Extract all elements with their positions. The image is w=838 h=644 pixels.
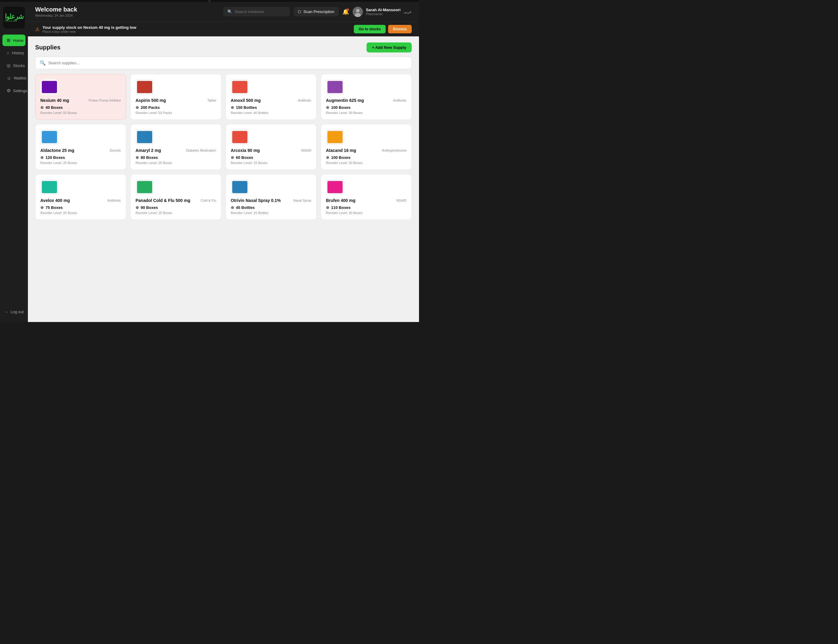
svg-rect-6 (44, 89, 52, 90)
medicine-card[interactable]: Aspirin 500 mg Tablet ⊛ 200 Packs Reorde… (130, 74, 221, 120)
medicine-card[interactable]: Brufen 400 mg NSAID ⊛ 110 Boxes Reorder … (321, 174, 412, 220)
medicine-stock: ⊛ 80 Boxes (136, 155, 216, 160)
user-info: Sarah Al-Mansoori Pharmacist عربى (353, 7, 412, 17)
search-supplies-bar[interactable]: 🔍 (35, 57, 412, 69)
svg-rect-29 (235, 138, 245, 139)
medicine-stock: ⊛ 100 Boxes (326, 155, 407, 160)
dismiss-button[interactable]: Dismiss (388, 25, 412, 33)
medicine-name: Aldactone 25 mg (40, 148, 74, 153)
medicine-card[interactable]: Atacand 16 mg Antihypertensive ⊛ 100 Box… (321, 124, 412, 170)
app-wrapper: شرعلوا PHARMA ⊞ Home ○ History ◎ Stocks … (0, 2, 419, 322)
medicine-card[interactable]: Amaryl 2 mg Diabetes Medication ⊛ 80 Box… (130, 124, 221, 170)
medicine-header: Arcoxia 90 mg NSAID (231, 148, 311, 153)
svg-rect-17 (330, 88, 340, 89)
sidebar-item-history[interactable]: ○ History (2, 47, 25, 59)
reorder-level: Reorder Level: 50 Boxes (40, 111, 121, 115)
stock-icon: ⊛ (136, 155, 139, 160)
medicine-image (40, 179, 59, 195)
medicine-image (136, 129, 154, 145)
svg-rect-22 (44, 140, 52, 140)
main-content: Welcome back Wednesday, 24 Jan 2024 🔍 ⬡ … (28, 2, 419, 322)
header-left: Welcome back Wednesday, 24 Jan 2024 (35, 6, 77, 17)
medicine-category: Antibiotic (393, 99, 407, 102)
svg-rect-13 (235, 88, 245, 89)
svg-rect-4 (44, 84, 50, 86)
medicine-header: Amoxil 500 mg Antibiotic (231, 98, 311, 103)
medicine-name: Amaryl 2 mg (136, 148, 161, 153)
sidebar-label-home: Home (13, 38, 24, 43)
svg-rect-32 (330, 134, 335, 136)
medicine-stock: ⊛ 200 Packs (136, 105, 216, 110)
svg-rect-20 (44, 134, 50, 136)
go-to-stocks-button[interactable]: Go to stocks (354, 25, 386, 33)
search-supplies-input[interactable] (48, 61, 407, 65)
logout-button[interactable]: → Log out (0, 307, 28, 317)
stock-icon: ⊛ (40, 155, 44, 160)
stock-icon: ⊛ (136, 105, 139, 110)
alert-title: Your supply stock on Nexium 40 mg is get… (43, 25, 136, 30)
medicine-category: NSAID (396, 199, 407, 202)
scan-icon: ⬡ (298, 10, 301, 14)
search-medicine-input[interactable] (235, 10, 286, 14)
search-supplies-icon: 🔍 (40, 60, 46, 66)
svg-rect-24 (140, 134, 145, 136)
svg-rect-50 (330, 189, 337, 191)
sidebar-item-home[interactable]: ⊞ Home (2, 34, 25, 46)
alert-icon: ⚠ (35, 26, 39, 32)
sidebar-item-settings[interactable]: ⚙ Settings (2, 85, 25, 97)
medicine-image (136, 179, 154, 195)
stock-value: 100 Boxes (331, 105, 350, 110)
stock-icon: ⊛ (40, 205, 44, 210)
medicine-stock: ⊛ 100 Boxes (326, 105, 407, 110)
medicine-card[interactable]: Aldactone 25 mg Diuretic ⊛ 120 Boxes Reo… (35, 124, 126, 170)
medicine-stock: ⊛ 120 Boxes (40, 155, 121, 160)
user-role: Pharmacist (366, 12, 401, 16)
stock-value: 100 Boxes (331, 155, 350, 160)
medicine-card[interactable]: Panadol Cold & Flu 500 mg Cold & Flu ⊛ 9… (130, 174, 221, 220)
stock-icon: ⊛ (231, 105, 234, 110)
svg-rect-30 (235, 140, 242, 140)
stock-value: 150 Bottles (236, 105, 257, 110)
notification-button[interactable]: 🔔 (342, 8, 349, 15)
reorder-level: Reorder Level: 30 Boxes (326, 161, 407, 164)
alert-subtitle: Place a buy order now (43, 30, 136, 33)
avatar (353, 7, 363, 17)
reorder-level: Reorder Level: 40 Bottles (231, 111, 311, 115)
svg-rect-28 (235, 134, 240, 136)
medicine-stock: ⊛ 40 Boxes (40, 105, 121, 110)
sidebar-item-waitlist[interactable]: ☺ Waitlist (2, 72, 25, 84)
stock-value: 60 Boxes (236, 155, 253, 160)
medicine-card[interactable]: Amoxil 500 mg Antibiotic ⊛ 150 Bottles R… (225, 74, 317, 120)
medicine-header: Augmentin 625 mg Antibiotic (326, 98, 407, 103)
medicine-name: Avelox 400 mg (40, 198, 70, 203)
language-button[interactable]: عربى (404, 10, 412, 14)
stock-value: 45 Bottles (236, 205, 255, 210)
sidebar-label-stocks: Stocks (13, 63, 25, 68)
medicine-category: Cold & Flu (201, 199, 216, 202)
reorder-level: Reorder Level: 15 Bottles (231, 211, 311, 215)
medicine-card[interactable]: Augmentin 625 mg Antibiotic ⊛ 100 Boxes … (321, 74, 412, 120)
medicine-stock: ⊛ 150 Bottles (231, 105, 311, 110)
sidebar-item-stocks[interactable]: ◎ Stocks (2, 60, 25, 71)
medicine-card[interactable]: Arcoxia 90 mg NSAID ⊛ 60 Boxes Reorder L… (225, 124, 317, 170)
alert-text: Your supply stock on Nexium 40 mg is get… (43, 25, 136, 33)
user-details: Sarah Al-Mansoori Pharmacist (366, 8, 401, 16)
medicine-search-bar[interactable]: 🔍 (223, 7, 290, 16)
medicine-card[interactable]: Nexium 40 mg Proton Pump Inhibitor ⊛ 40 … (35, 74, 126, 120)
medicine-name: Brufen 400 mg (326, 198, 355, 203)
svg-rect-8 (140, 84, 145, 86)
svg-rect-40 (140, 184, 145, 186)
reorder-level: Reorder Level: 25 Boxes (136, 211, 216, 215)
svg-rect-14 (235, 89, 242, 90)
svg-rect-49 (330, 188, 340, 189)
scan-prescription-button[interactable]: ⬡ Scan Prescription (294, 7, 338, 16)
medicine-card[interactable]: Avelox 400 mg Antibiotic ⊛ 75 Boxes Reor… (35, 174, 126, 220)
svg-rect-10 (140, 89, 147, 90)
add-new-supply-button[interactable]: + Add New Supply (366, 43, 412, 53)
medicine-header: Avelox 400 mg Antibiotic (40, 198, 121, 203)
alert-left: ⚠ Your supply stock on Nexium 40 mg is g… (35, 25, 136, 33)
supplies-area: Supplies + Add New Supply 🔍 Nexium 40 mg (28, 36, 419, 322)
medicine-card[interactable]: Otrivin Nasal Spray 0.1% Nasal Spray ⊛ 4… (225, 174, 317, 220)
svg-rect-46 (235, 189, 242, 191)
sidebar-label-waitlist: Waitlist (14, 76, 26, 80)
